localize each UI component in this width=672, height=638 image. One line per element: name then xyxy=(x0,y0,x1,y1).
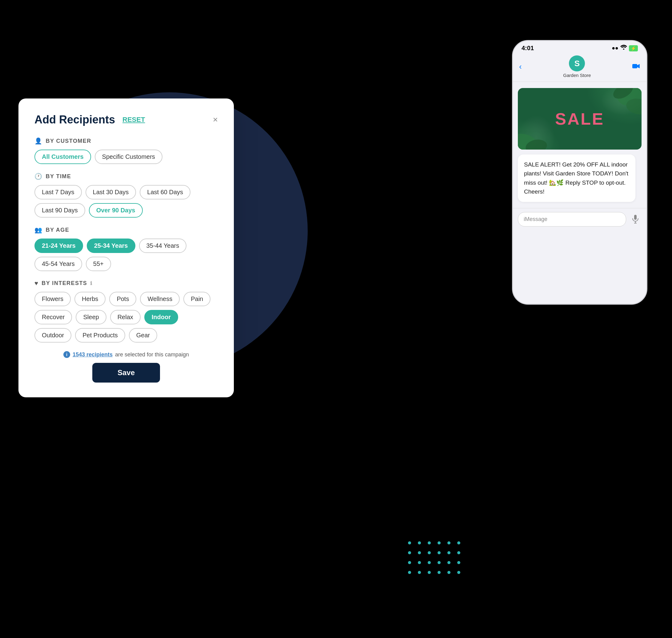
by-customer-section: 👤 BY CUSTOMER All Customers Specific Cus… xyxy=(34,137,218,164)
dot xyxy=(448,541,451,544)
pill-45-54[interactable]: 45-54 Years xyxy=(34,257,82,271)
svg-rect-0 xyxy=(632,64,637,68)
pill-herbs[interactable]: Herbs xyxy=(74,292,105,306)
dot xyxy=(438,551,441,554)
pill-gear[interactable]: Gear xyxy=(129,328,157,342)
save-button[interactable]: Save xyxy=(92,363,160,383)
dot xyxy=(438,571,441,574)
heart-icon: ♥ xyxy=(34,280,38,287)
dot xyxy=(438,561,441,564)
back-button[interactable]: ‹ xyxy=(519,62,522,71)
recipients-info-text: are selected for this campaign xyxy=(115,351,189,358)
svg-rect-6 xyxy=(634,215,637,220)
dot xyxy=(438,541,441,544)
pill-over-90-days[interactable]: Over 90 Days xyxy=(89,203,143,218)
dot xyxy=(418,571,421,574)
imessage-field[interactable]: iMessage xyxy=(518,212,626,226)
pill-last-30-days[interactable]: Last 30 Days xyxy=(86,185,136,199)
dot xyxy=(457,551,460,554)
recipients-count: 1543 recipients xyxy=(73,351,113,358)
interest-pills: Flowers Herbs Pots Wellness Pain Recover… xyxy=(34,292,218,342)
battery-icon: ⚡ xyxy=(629,45,638,51)
dot xyxy=(418,561,421,564)
modal-footer: i 1543 recipients are selected for this … xyxy=(34,351,218,383)
dot xyxy=(408,551,411,554)
dot xyxy=(428,561,431,564)
wifi-icon xyxy=(620,45,627,52)
dot xyxy=(418,541,421,544)
dot xyxy=(448,561,451,564)
clock-icon: 🕐 xyxy=(34,173,43,180)
phone-nav-bar: ‹ S Garden Store xyxy=(513,53,646,82)
dot xyxy=(448,571,451,574)
modal-title: Add Recipients xyxy=(34,113,115,126)
dots-pattern xyxy=(408,541,463,576)
recipients-info: i 1543 recipients are selected for this … xyxy=(63,351,189,358)
pill-relax[interactable]: Relax xyxy=(110,310,140,324)
status-time: 4:01 xyxy=(522,45,534,52)
pill-sleep[interactable]: Sleep xyxy=(76,310,106,324)
add-recipients-modal: Add Recipients RESET × 👤 BY CUSTOMER All… xyxy=(18,99,234,397)
sale-text: SALE xyxy=(555,109,604,128)
sale-image: SALE xyxy=(518,88,641,150)
pill-55plus[interactable]: 55+ xyxy=(86,257,111,271)
dot xyxy=(457,571,460,574)
pill-pet-products[interactable]: Pet Products xyxy=(75,328,125,342)
dot xyxy=(408,561,411,564)
pill-25-34[interactable]: 25-34 Years xyxy=(87,238,135,253)
pill-indoor[interactable]: Indoor xyxy=(144,310,178,324)
pill-pots[interactable]: Pots xyxy=(109,292,136,306)
status-icons: ●● ⚡ xyxy=(612,45,638,52)
person-icon: 👤 xyxy=(34,137,43,145)
pill-21-24[interactable]: 21-24 Years xyxy=(34,238,83,253)
dot xyxy=(457,541,460,544)
by-customer-label: 👤 BY CUSTOMER xyxy=(34,137,218,145)
signal-icon: ●● xyxy=(612,45,619,51)
by-time-label: 🕐 BY TIME xyxy=(34,173,218,180)
pill-35-44[interactable]: 35-44 Years xyxy=(139,238,187,253)
pill-pain[interactable]: Pain xyxy=(183,292,211,306)
pill-last-7-days[interactable]: Last 7 Days xyxy=(34,185,82,199)
by-interests-section: ♥ BY INTERESTS ℹ Flowers Herbs Pots Well… xyxy=(34,280,218,342)
pill-last-60-days[interactable]: Last 60 Days xyxy=(140,185,190,199)
dot xyxy=(457,561,460,564)
store-name: Garden Store xyxy=(563,73,591,78)
pill-outdoor[interactable]: Outdoor xyxy=(34,328,71,342)
age-pills: 21-24 Years 25-34 Years 35-44 Years 45-5… xyxy=(34,238,218,271)
pill-flowers[interactable]: Flowers xyxy=(34,292,71,306)
reset-button[interactable]: RESET xyxy=(122,116,145,124)
by-time-section: 🕐 BY TIME Last 7 Days Last 30 Days Last … xyxy=(34,173,218,218)
info-icon: i xyxy=(63,351,70,358)
dot xyxy=(418,551,421,554)
message-bubble: SALE ALERT! Get 20% OFF ALL indoor plant… xyxy=(518,154,635,202)
dot xyxy=(428,551,431,554)
by-age-section: 👥 BY AGE 21-24 Years 25-34 Years 35-44 Y… xyxy=(34,226,218,271)
customer-pills: All Customers Specific Customers xyxy=(34,150,218,164)
dot xyxy=(428,571,431,574)
info-icon-interests: ℹ xyxy=(90,280,92,286)
dot xyxy=(408,541,411,544)
pill-specific-customers[interactable]: Specific Customers xyxy=(95,150,163,164)
nav-center: S Garden Store xyxy=(563,55,591,78)
modal-title-row: Add Recipients RESET xyxy=(34,113,145,126)
video-call-button[interactable] xyxy=(632,62,640,71)
age-icon: 👥 xyxy=(34,226,43,234)
close-button[interactable]: × xyxy=(213,115,218,124)
mic-button[interactable] xyxy=(629,213,641,225)
dot xyxy=(408,571,411,574)
time-pills: Last 7 Days Last 30 Days Last 60 Days La… xyxy=(34,185,218,218)
pill-last-90-days[interactable]: Last 90 Days xyxy=(34,203,85,218)
chat-area: SALE SALE ALERT! Get 20% OFF ALL indoor … xyxy=(513,82,646,208)
imessage-input-bar: iMessage xyxy=(513,208,646,232)
by-age-label: 👥 BY AGE xyxy=(34,226,218,234)
dot xyxy=(428,541,431,544)
message-text: SALE ALERT! Get 20% OFF ALL indoor plant… xyxy=(524,161,628,195)
pill-all-customers[interactable]: All Customers xyxy=(34,150,91,164)
modal-header: Add Recipients RESET × xyxy=(34,113,218,126)
imessage-placeholder: iMessage xyxy=(524,216,548,222)
pill-recover[interactable]: Recover xyxy=(34,310,72,324)
dot xyxy=(448,551,451,554)
pill-wellness[interactable]: Wellness xyxy=(140,292,180,306)
phone-mockup: 4:01 ●● ⚡ ‹ S Garden Store xyxy=(512,40,648,305)
store-avatar: S xyxy=(569,55,585,71)
